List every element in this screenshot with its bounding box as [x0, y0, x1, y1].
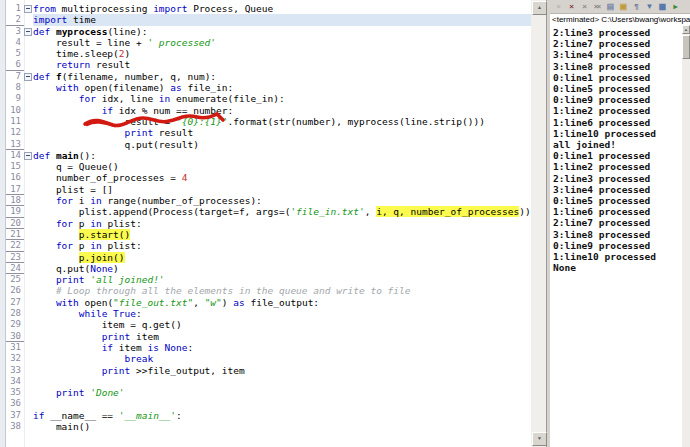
code-text: plist = [] [33, 184, 531, 195]
code-line[interactable]: 1from multiprocessing import Process, Qu… [6, 3, 531, 14]
code-line[interactable]: 21 p.start() [6, 229, 531, 240]
fold-spacer [24, 365, 33, 376]
console-line: 0:line1 processed [553, 150, 681, 161]
code-line[interactable]: 24 q.put(None) [6, 263, 531, 274]
fold-spacer [24, 240, 33, 251]
code-line[interactable]: 10 if idx % num == number: [6, 105, 531, 116]
code-line[interactable]: 32 break [6, 353, 531, 364]
display-selected-console-icon[interactable]: ▦ [656, 1, 667, 12]
code-line[interactable]: 9 for idx, line in enumerate(file_in): [6, 93, 531, 104]
code-line[interactable]: 35 print 'Done' [6, 387, 531, 398]
code-line[interactable]: 25 print 'all joined!' [6, 274, 531, 285]
console-line: 2:line3 processed [553, 27, 681, 38]
console-line: 0:line9 processed [553, 94, 681, 105]
line-number: 24 [6, 263, 24, 274]
scroll-lock-icon[interactable]: ▣ [617, 1, 628, 12]
code-line[interactable]: 4 result = line + ' processed' [6, 37, 531, 48]
code-text: if item is None: [33, 342, 531, 353]
code-line[interactable]: 5 time.sleep(2) [6, 48, 531, 59]
console-line: 1:line2 processed [553, 161, 681, 172]
code-line[interactable]: 23 p.join() [6, 252, 531, 263]
code-line[interactable]: 33 print >>file_output, item [6, 365, 531, 376]
line-number: 16 [6, 172, 24, 183]
code-line[interactable]: 6 return result [6, 59, 531, 70]
code-line[interactable]: 29 item = q.get() [6, 319, 531, 330]
editor-scrollbar[interactable]: ▲ ▼ [531, 0, 546, 447]
scroll-down-icon[interactable]: ▼ [532, 432, 547, 446]
line-number: 7 [6, 71, 24, 82]
fold-minus-icon[interactable] [24, 71, 33, 82]
line-number: 31 [6, 342, 24, 353]
code-line[interactable]: 36 [6, 398, 531, 409]
code-line[interactable]: 31 if item is None: [6, 342, 531, 353]
remove-launch-icon[interactable]: × [578, 1, 589, 12]
word-wrap-icon[interactable]: ¶ [630, 1, 641, 12]
open-console-icon[interactable]: ▸ [669, 1, 680, 12]
code-line[interactable]: 22 for p in plist: [6, 240, 531, 251]
console-line: 0:line9 processed [553, 240, 681, 251]
console-output[interactable]: ▲ 2:line3 processed2:line7 processed3:li… [550, 25, 690, 447]
code-line[interactable]: 17 plist = [] [6, 184, 531, 195]
code-line[interactable]: 27 with open("file_out.txt", "w") as fil… [6, 297, 531, 308]
line-number: 14 [6, 150, 24, 161]
console-line: 3:line8 processed [553, 229, 681, 240]
line-number: 29 [6, 319, 24, 330]
code-line[interactable]: 20 for p in plist: [6, 218, 531, 229]
line-number: 30 [6, 331, 24, 342]
terminate-icon[interactable]: × [565, 1, 576, 12]
line-number: 4 [6, 37, 24, 48]
code-line[interactable]: 12 print result [6, 127, 531, 138]
remove-all-terminated-icon[interactable]: ×× [591, 1, 602, 12]
code-text: return result [33, 59, 531, 70]
code-line[interactable]: 38 main() [6, 421, 531, 432]
code-text: if __name__ == '__main__': [33, 410, 531, 421]
console-scroll-thumb[interactable] [682, 35, 690, 59]
console-scrollbar[interactable]: ▲ [682, 25, 690, 447]
scroll-up-icon[interactable]: ▲ [532, 1, 547, 15]
code-line[interactable]: 13 q.put(result) [6, 139, 531, 150]
line-number: 3 [6, 26, 24, 37]
clear-console-icon[interactable]: ▤ [604, 1, 615, 12]
code-line[interactable]: 14def main(): [6, 150, 531, 161]
back-icon[interactable]: × [552, 1, 563, 12]
fold-spacer [24, 161, 33, 172]
code-line[interactable]: 8 with open(filename) as file_in: [6, 82, 531, 93]
code-line[interactable]: 37if __name__ == '__main__': [6, 410, 531, 421]
pin-console-icon[interactable]: ▼ [643, 1, 654, 12]
code-text: item = q.get() [33, 319, 531, 330]
code-line[interactable]: 3def myprocess(line): [6, 26, 531, 37]
code-line[interactable]: 26 # Loop through all the elements in th… [6, 285, 531, 296]
code-area[interactable]: 1from multiprocessing import Process, Qu… [6, 3, 531, 432]
fold-minus-icon[interactable] [24, 150, 33, 161]
code-line[interactable]: 28 while True: [6, 308, 531, 319]
line-number: 8 [6, 82, 24, 93]
code-text: print 'Done' [33, 387, 531, 398]
code-line[interactable]: 11 result = "{0}:{1}".format(str(number)… [6, 116, 531, 127]
fold-spacer [24, 37, 33, 48]
fold-minus-icon[interactable] [24, 26, 33, 37]
line-number: 11 [6, 116, 24, 127]
code-line[interactable]: 16 number_of_processes = 4 [6, 172, 531, 183]
console-scroll-up-icon[interactable]: ▲ [682, 25, 690, 34]
line-number: 28 [6, 308, 24, 319]
code-line[interactable]: 19 plist.append(Process(target=f, args=(… [6, 206, 531, 217]
code-line[interactable]: 34 [6, 376, 531, 387]
console-line: 1:line6 processed [553, 206, 681, 217]
console-line: 2:line7 processed [553, 217, 681, 228]
code-line[interactable]: 18 for i in range(number_of_processes): [6, 195, 531, 206]
fold-spacer [24, 297, 33, 308]
console-line: 3:line4 processed [553, 49, 681, 60]
fold-minus-icon[interactable] [24, 3, 33, 14]
fold-spacer [24, 319, 33, 330]
code-line[interactable]: 2import time [6, 14, 531, 25]
code-line[interactable]: 7def f(filename, number, q, num): [6, 71, 531, 82]
code-editor[interactable]: 1from multiprocessing import Process, Qu… [0, 0, 531, 447]
line-number: 27 [6, 297, 24, 308]
code-text: break [33, 353, 531, 364]
line-number: 35 [6, 387, 24, 398]
code-line[interactable]: 15 q = Queue() [6, 161, 531, 172]
line-number: 1 [6, 3, 24, 14]
code-line[interactable]: 30 print item [6, 331, 531, 342]
fold-spacer [24, 105, 33, 116]
line-number: 34 [6, 376, 24, 387]
